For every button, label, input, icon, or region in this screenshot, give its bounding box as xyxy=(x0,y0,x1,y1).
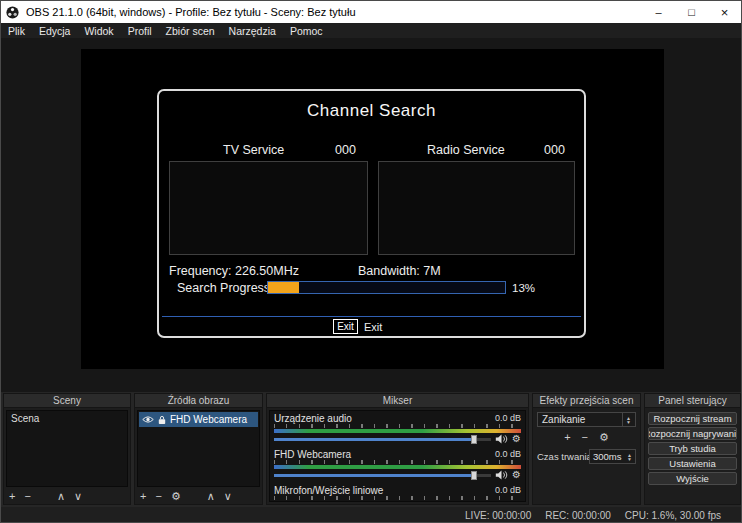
remove-transition-icon[interactable]: − xyxy=(582,432,588,443)
start-streaming-button[interactable]: Rozpocznij stream xyxy=(648,412,737,425)
move-source-up-icon[interactable]: ∧ xyxy=(207,491,215,502)
gear-icon[interactable]: ⚙ xyxy=(512,470,521,480)
menu-bar: Plik Edycja Widok Profil Zbiór scen Narz… xyxy=(1,23,741,38)
channel-search-dialog: Channel Search TV Service 000 Radio Serv… xyxy=(157,89,586,338)
volume-meter xyxy=(274,496,521,502)
combo-arrows[interactable]: ▲ ▼ xyxy=(622,413,631,426)
volume-slider-handle[interactable] xyxy=(471,471,477,480)
scenes-dock-header[interactable]: Sceny xyxy=(3,393,131,408)
transitions-toolbar: + − ⚙ xyxy=(537,432,636,443)
move-source-down-icon[interactable]: ∨ xyxy=(224,491,232,502)
remove-scene-icon[interactable]: − xyxy=(24,491,30,502)
volume-meter xyxy=(274,460,521,469)
volume-slider[interactable] xyxy=(274,470,491,481)
controls-dock: Panel sterujący Rozpocznij stream Rozpoc… xyxy=(644,393,741,505)
maximize-button[interactable]: □ xyxy=(675,1,708,23)
volume-slider[interactable] xyxy=(274,434,491,445)
rec-time: REC: 00:00:00 xyxy=(545,510,611,521)
controls-dock-header[interactable]: Panel sterujący xyxy=(644,393,741,408)
radio-service-list xyxy=(378,161,575,255)
tv-service-count: 000 xyxy=(335,143,356,157)
menu-edycja[interactable]: Edycja xyxy=(32,25,78,37)
sources-list: FHD Webcamera xyxy=(137,410,260,487)
add-source-icon[interactable]: + xyxy=(140,491,146,502)
arrow-down-icon: ▼ xyxy=(626,420,631,424)
scene-item[interactable]: Scena xyxy=(7,411,127,426)
dialog-separator xyxy=(162,316,581,317)
speaker-icon[interactable] xyxy=(495,430,508,448)
exit-app-button[interactable]: Wyjście xyxy=(648,472,737,485)
titlebar: OBS 21.1.0 (64bit, windows) - Profile: B… xyxy=(1,1,741,23)
move-scene-up-icon[interactable]: ∧ xyxy=(57,491,65,502)
menu-profil[interactable]: Profil xyxy=(121,25,159,37)
bandwidth-label: Bandwidth: 7M xyxy=(358,264,441,278)
duration-spinbox[interactable]: 300ms ▲ ▼ xyxy=(589,449,636,464)
video-canvas[interactable]: Channel Search TV Service 000 Radio Serv… xyxy=(81,49,664,369)
mixer-channel-name: Urządzenie audio xyxy=(274,413,495,424)
mixer-channel-name: FHD Webcamera xyxy=(274,449,495,460)
meter-ticks xyxy=(274,460,521,464)
speaker-icon[interactable] xyxy=(495,466,508,484)
mixer-dock-header[interactable]: Mikser xyxy=(266,393,529,408)
meter-ticks xyxy=(274,424,521,428)
transition-properties-gear-icon[interactable]: ⚙ xyxy=(599,432,609,443)
lock-icon[interactable] xyxy=(158,415,166,425)
dialog-title: Channel Search xyxy=(159,101,584,121)
sources-dock: Źródła obrazu xyxy=(134,393,263,505)
mixer-list: Urządzenie audio 0.0 dB xyxy=(269,410,526,502)
menu-plik[interactable]: Plik xyxy=(1,25,32,37)
source-item-label: FHD Webcamera xyxy=(170,414,247,425)
exit-button: Exit xyxy=(333,319,358,334)
duration-label: Czas trwania xyxy=(537,451,589,462)
remove-source-icon[interactable]: − xyxy=(155,491,161,502)
mixer-channel-microphone: Mikrofon/Wejście liniowe 0.0 dB xyxy=(274,484,521,502)
search-progress-fill xyxy=(268,282,299,293)
docks-area: Sceny Scena + − ∧ ∨ Źródła obrazu xyxy=(1,392,741,507)
source-properties-gear-icon[interactable]: ⚙ xyxy=(171,491,181,502)
menu-zbior-scen[interactable]: Zbiór scen xyxy=(159,25,222,37)
mixer-dock: Mikser Urządzenie audio 0.0 dB xyxy=(266,393,529,505)
radio-service-count: 000 xyxy=(544,143,565,157)
status-bar: LIVE: 00:00:00 REC: 00:00:00 CPU: 1.6%, … xyxy=(1,507,741,523)
arrow-down-icon: ▼ xyxy=(627,457,632,461)
visibility-eye-icon[interactable] xyxy=(142,415,154,424)
window-title: OBS 21.1.0 (64bit, windows) - Profile: B… xyxy=(26,6,356,18)
add-scene-icon[interactable]: + xyxy=(9,491,15,502)
sources-toolbar: + − ⚙ ∧ ∨ xyxy=(135,489,262,504)
add-transition-icon[interactable]: + xyxy=(564,432,570,443)
frequency-label: Frequency: 226.50MHz xyxy=(169,264,299,278)
menu-pomoc[interactable]: Pomoc xyxy=(283,25,330,37)
search-progress-label: Search Progress: xyxy=(177,281,274,295)
tv-service-label: TV Service xyxy=(223,143,284,157)
meter-bar xyxy=(274,501,521,502)
studio-mode-button[interactable]: Tryb studia xyxy=(648,442,737,455)
radio-service-label: Radio Service xyxy=(427,143,505,157)
spin-arrows[interactable]: ▲ ▼ xyxy=(627,453,632,461)
slider-fill xyxy=(274,474,474,477)
start-recording-button[interactable]: Rozpocznij nagrywanie xyxy=(648,427,737,440)
scenes-list: Scena xyxy=(6,410,128,487)
search-progress-bar xyxy=(267,281,506,294)
scenes-dock: Sceny Scena + − ∧ ∨ xyxy=(3,393,131,505)
move-scene-down-icon[interactable]: ∨ xyxy=(74,491,82,502)
live-time: LIVE: 00:00:00 xyxy=(465,510,531,521)
sources-dock-header[interactable]: Źródła obrazu xyxy=(134,393,263,408)
duration-value: 300ms xyxy=(593,451,622,462)
close-button[interactable]: × xyxy=(708,1,741,23)
transitions-dock-header[interactable]: Efekty przejścia scen xyxy=(532,393,641,408)
volume-meter xyxy=(274,424,521,433)
source-item[interactable]: FHD Webcamera xyxy=(139,412,258,427)
obs-logo-icon xyxy=(6,5,20,19)
settings-button[interactable]: Ustawienia xyxy=(648,457,737,470)
cpu-fps: CPU: 1.6%, 30.00 fps xyxy=(625,510,721,521)
menu-narzedzia[interactable]: Narzędzia xyxy=(222,25,283,37)
mixer-channel-level: 0.0 dB xyxy=(495,413,521,423)
minimize-button[interactable]: – xyxy=(642,1,675,23)
mixer-channel-audio-device: Urządzenie audio 0.0 dB xyxy=(274,412,521,445)
transition-select[interactable]: Zanikanie ▲ ▼ xyxy=(537,412,636,427)
gear-icon[interactable]: ⚙ xyxy=(512,434,521,444)
menu-widok[interactable]: Widok xyxy=(77,25,120,37)
slider-fill xyxy=(274,438,474,441)
volume-slider-handle[interactable] xyxy=(471,435,477,444)
window-controls: – □ × xyxy=(642,1,741,23)
